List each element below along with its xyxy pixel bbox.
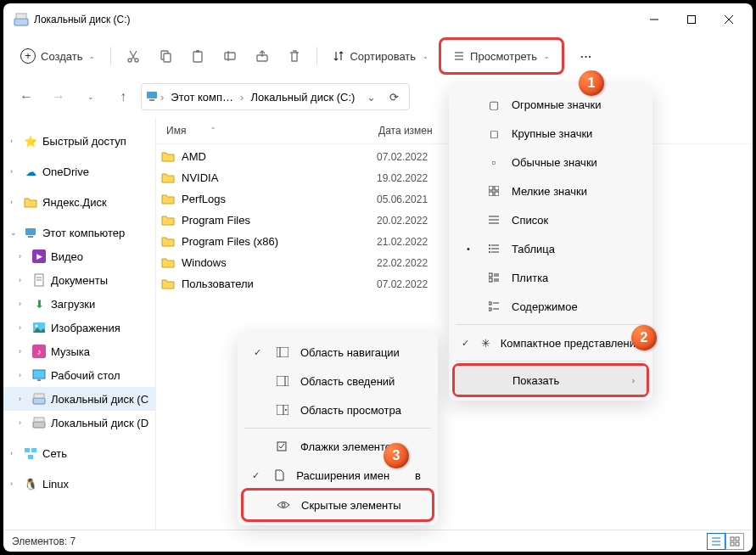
menu-show[interactable]: Показать› <box>455 366 647 395</box>
share-button[interactable] <box>247 42 277 70</box>
breadcrumb[interactable]: Локальный диск (C:) <box>245 87 360 107</box>
sidebar-quick-access[interactable]: ›⭐Быстрый доступ <box>3 129 155 153</box>
icons-view-icon[interactable] <box>725 533 744 550</box>
menu-huge-icons[interactable]: ▢Огромные значки <box>454 90 647 119</box>
large-icons-icon: ◻ <box>486 127 501 140</box>
list-icon <box>453 50 465 62</box>
tiles-icon <box>486 272 501 283</box>
file-icon <box>273 469 287 481</box>
svg-rect-59 <box>489 278 492 282</box>
menu-details[interactable]: •Таблица <box>454 234 647 263</box>
svg-point-7 <box>135 59 138 62</box>
sort-asc-icon: ˄ <box>211 126 216 135</box>
svg-point-53 <box>489 244 490 246</box>
breadcrumb[interactable]: Этот комп… <box>165 87 238 107</box>
svg-rect-11 <box>196 50 199 53</box>
view-button[interactable]: Просмотреть ⌄ <box>445 42 558 70</box>
folder-icon <box>161 193 176 206</box>
menu-hidden-items[interactable]: Скрытые элементы <box>244 491 432 519</box>
menu-list[interactable]: Список <box>454 205 647 234</box>
svg-rect-18 <box>147 92 157 98</box>
create-button[interactable]: + Создать ⌄ <box>12 42 104 70</box>
chevron-right-icon: › <box>632 376 635 385</box>
svg-rect-33 <box>25 448 30 452</box>
copy-button[interactable] <box>150 42 181 70</box>
sidebar-desktop[interactable]: ›Рабочий стол <box>3 363 155 387</box>
rename-button[interactable] <box>215 42 245 70</box>
svg-rect-34 <box>31 448 36 452</box>
menu-small-icons[interactable]: Мелкие значки <box>454 177 647 205</box>
pc-icon <box>24 226 37 239</box>
address-bar[interactable]: › Этот комп… › Локальный диск (C:) ⌄ ⟳ <box>141 83 410 110</box>
svg-rect-35 <box>28 455 33 459</box>
chevron-down-icon: ⌄ <box>544 53 550 60</box>
column-name[interactable]: Имя˄ <box>161 125 373 137</box>
menu-preview-pane[interactable]: Область просмотра <box>243 395 433 424</box>
sidebar-video[interactable]: ›▶Видео <box>3 244 155 268</box>
delete-button[interactable] <box>279 42 310 70</box>
music-icon: ♪ <box>32 345 46 358</box>
desktop-icon <box>32 368 46 382</box>
svg-rect-43 <box>489 186 493 190</box>
svg-rect-32 <box>34 418 44 422</box>
recent-button[interactable]: ⌄ <box>76 82 105 111</box>
maximize-button[interactable] <box>673 7 710 32</box>
svg-rect-21 <box>28 236 33 238</box>
breadcrumb-sep: › <box>160 91 164 104</box>
back-button[interactable]: ← <box>12 82 41 111</box>
minimize-button[interactable] <box>636 7 673 32</box>
folder-icon <box>161 171 176 185</box>
details-view-icon[interactable] <box>707 533 725 550</box>
show-submenu: ✓Область навигации Область сведений Обла… <box>238 333 438 525</box>
svg-point-72 <box>285 409 287 411</box>
drive-icon <box>14 12 29 27</box>
svg-rect-30 <box>34 394 44 398</box>
cut-button[interactable] <box>118 42 148 70</box>
linux-icon: 🐧 <box>24 477 37 491</box>
svg-rect-42 <box>736 542 739 546</box>
svg-rect-56 <box>489 273 492 277</box>
sidebar-images[interactable]: ›Изображения <box>3 316 155 339</box>
menu-nav-pane[interactable]: ✓Область навигации <box>243 338 433 367</box>
refresh-button[interactable]: ⟳ <box>382 91 406 104</box>
details-pane-icon <box>275 376 290 386</box>
menu-content[interactable]: Содержимое <box>454 292 647 321</box>
svg-rect-45 <box>489 192 493 196</box>
sort-button[interactable]: Сортировать ⌄ <box>324 42 437 70</box>
menu-medium-icons[interactable]: ▫Обычные значки <box>454 148 647 177</box>
close-button[interactable] <box>710 7 748 32</box>
sidebar-d-drive[interactable]: ›Локальный диск (D <box>3 411 155 434</box>
menu-compact[interactable]: ✓✳Компактное представлени <box>454 328 647 357</box>
star-icon: ⭐ <box>24 134 37 148</box>
menu-large-icons[interactable]: ◻Крупные значки <box>454 119 647 148</box>
svg-point-26 <box>36 325 38 328</box>
sidebar-yandex[interactable]: ›Яндекс.Диск <box>3 190 155 214</box>
address-dropdown[interactable]: ⌄ <box>361 91 380 104</box>
sidebar-linux[interactable]: ›🐧Linux <box>3 472 155 496</box>
sort-icon <box>333 50 344 62</box>
sort-label: Сортировать <box>350 50 416 63</box>
menu-tiles[interactable]: Плитка <box>454 263 647 292</box>
more-button[interactable]: ··· <box>571 42 602 70</box>
image-icon <box>32 321 46 334</box>
sidebar-network[interactable]: ›Сеть <box>3 441 155 465</box>
svg-point-54 <box>489 248 490 249</box>
svg-point-55 <box>489 251 490 253</box>
forward-button: → <box>44 82 73 111</box>
paste-button[interactable] <box>182 42 213 70</box>
sidebar-downloads[interactable]: ›⬇Загрузки <box>3 292 155 316</box>
svg-rect-9 <box>164 53 171 62</box>
sidebar-onedrive[interactable]: ›☁OneDrive <box>3 160 155 183</box>
sidebar-c-drive[interactable]: ›Локальный диск (C <box>3 387 155 411</box>
sidebar-music[interactable]: ›♪Музыка <box>3 339 155 363</box>
svg-rect-31 <box>33 422 45 428</box>
svg-rect-28 <box>37 379 41 381</box>
svg-rect-19 <box>149 99 154 101</box>
sidebar-documents[interactable]: ›Документы <box>3 268 155 292</box>
up-button[interactable]: ↑ <box>109 82 137 111</box>
sidebar-this-pc[interactable]: ⌄Этот компьютер <box>3 221 155 244</box>
svg-point-74 <box>282 503 285 507</box>
network-icon <box>24 446 37 460</box>
menu-details-pane[interactable]: Область сведений <box>243 367 433 395</box>
list-icon <box>486 215 501 225</box>
